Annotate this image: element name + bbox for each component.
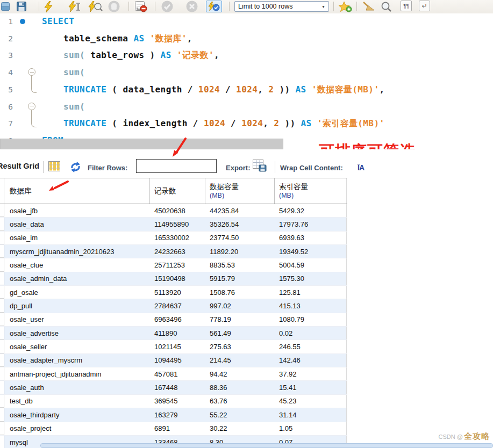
cell-value[interactable]: 167448 [150,381,205,394]
table-row[interactable]: osale_data11495589035326.5417973.76 [0,218,347,231]
cell-database-name[interactable]: gd_osale [4,286,150,299]
cell-value[interactable]: 63.76 [205,395,275,408]
cell-value[interactable]: 1021145 [150,340,205,353]
table-row[interactable]: osale_admin_data151904985915.791575.30 [0,272,347,286]
cell-value[interactable]: 19349.52 [275,245,347,258]
cell-value[interactable]: 125.81 [275,286,347,299]
fold-marker[interactable] [28,68,35,76]
wrap-cell-content-icon[interactable]: ĪA [358,163,364,172]
table-row[interactable]: dp_pull2784637997.02415.13 [0,299,347,313]
cell-value[interactable]: 5429.32 [275,204,347,217]
cell-value[interactable]: 561.49 [205,327,275,339]
table-row[interactable]: osale_im16533000223774.506939.63 [0,232,347,245]
cell-value[interactable]: 17973.76 [275,218,347,230]
explain-icon[interactable] [88,1,103,12]
table-row[interactable]: osale_clue257112538835.535004.59 [0,258,347,272]
code-line[interactable]: 7TRUNCATE ( index_length / 1024 / 1024, … [0,118,493,129]
cell-value[interactable]: 778.19 [205,313,275,326]
execute-current-statement-icon[interactable] [68,1,81,12]
table-row[interactable]: gd_osale51139201508.76125.81 [0,286,347,299]
cell-database-name[interactable]: osale_jfb [4,204,150,217]
grid-column-header[interactable]: 数据库 [4,178,150,204]
fold-collapse-icon[interactable] [28,68,35,76]
cell-value[interactable]: 35326.54 [205,218,275,230]
cell-value[interactable]: 5915.79 [205,272,275,285]
toggle-stop-on-error-icon[interactable] [134,1,147,12]
cell-value[interactable]: 457081 [150,367,205,380]
cell-value[interactable]: 8835.53 [205,258,275,271]
cell-value[interactable]: 6963496 [150,313,205,326]
cell-value[interactable]: 30.22 [205,422,275,435]
cell-value[interactable]: 6891 [150,422,205,435]
result-grid-horizontal-scrollbar[interactable] [40,443,493,448]
table-row[interactable]: osale_advertise411890561.490.02 [0,327,347,340]
cell-value[interactable]: 45.23 [275,395,347,408]
cell-value[interactable]: 369545 [150,395,205,408]
table-row[interactable]: osale_jfb4502063844235.845429.32 [0,204,347,218]
code-line[interactable]: 2table_schema AS '数据库', [0,33,493,45]
code-line[interactable]: 1SELECT [0,16,493,27]
grid-column-header[interactable]: 记录数 [150,178,205,204]
cell-database-name[interactable]: osale_auth [4,381,150,394]
sql-editor[interactable]: 1SELECT2table_schema AS '数据库',3sum( tabl… [0,13,493,139]
table-row[interactable]: osale_project689130.221.05 [0,422,347,436]
beautify-icon[interactable] [362,1,376,12]
code-line[interactable]: 5TRUNCATE ( data_length / 1024 / 1024, 2… [0,84,493,96]
cell-value[interactable]: 114955890 [150,218,205,230]
toggle-invisibles-icon[interactable]: ¶¶ [401,1,412,11]
cell-database-name[interactable]: osale_project [4,422,150,435]
cell-database-name[interactable]: osale_thirdparty [4,408,150,421]
code-line[interactable]: 3sum( table_rows ) AS '记录数', [0,49,493,61]
cell-database-name[interactable]: osale_data [4,218,150,230]
cell-value[interactable]: 214.45 [205,354,275,367]
find-icon[interactable] [380,1,393,12]
cell-database-name[interactable]: dp_pull [4,299,150,312]
cell-value[interactable]: 1094495 [150,354,205,367]
cell-value[interactable]: 1575.30 [275,272,347,285]
cell-database-name[interactable]: osale_advertise [4,327,150,339]
cell-value[interactable]: 163279 [150,408,205,421]
code-line[interactable]: 4sum( [0,67,493,78]
cell-value[interactable]: 415.13 [275,299,347,312]
cell-value[interactable]: 0.02 [275,327,347,339]
cell-database-name[interactable]: osale_adapter_myscrm [4,354,150,367]
cell-value[interactable]: 165330002 [150,232,205,244]
cell-database-name[interactable]: test_db [4,395,150,408]
cell-database-name[interactable]: antman-project_jdjituanadmin [4,367,150,380]
toggle-autocommit-icon[interactable] [206,1,222,12]
cell-database-name[interactable]: osale_user [4,313,150,326]
new-script-icon[interactable] [1,1,10,12]
cell-value[interactable]: 15.41 [275,381,347,394]
cell-value[interactable]: 88.36 [205,381,275,394]
cell-value[interactable]: 2784637 [150,299,205,312]
cell-value[interactable]: 246.55 [275,340,347,353]
cell-value[interactable]: 15190498 [150,272,205,285]
save-icon[interactable] [16,1,26,12]
cell-database-name[interactable]: osale_im [4,232,150,244]
cell-database-name[interactable]: osale_clue [4,258,150,271]
code-line[interactable]: 6sum( [0,101,493,113]
table-row[interactable]: antman-project_jdjituanadmin45708194.423… [0,367,347,381]
cell-value[interactable]: 997.02 [205,299,275,312]
cell-database-name[interactable]: myscrm_jdjituanadmin_20210623 [4,245,150,258]
table-row[interactable]: osale_adapter_myscrm1094495214.45142.46 [0,354,347,367]
fold-collapse-icon[interactable] [28,103,35,110]
cell-value[interactable]: 5113920 [150,286,205,299]
table-row[interactable]: myscrm_jdjituanadmin_2021062324232663118… [0,245,347,258]
save-snippet-icon[interactable] [339,1,352,12]
grid-column-header[interactable]: 数据容量(MB) [205,178,275,204]
execute-icon[interactable] [43,1,54,12]
cell-value[interactable]: 11892.20 [205,245,275,258]
cell-value[interactable]: 37.92 [275,367,347,380]
code-line[interactable]: 8FROM [0,135,493,139]
grid-column-header[interactable]: 索引容量(MB) [275,178,347,204]
cell-value[interactable]: 55.22 [205,408,275,421]
limit-rows-dropdown[interactable]: Limit to 1000 rows ▼ [234,1,329,12]
cell-value[interactable]: 25711253 [150,258,205,271]
filter-rows-input[interactable] [136,159,217,173]
cell-value[interactable]: 45020638 [150,204,205,217]
cell-value[interactable]: 142.46 [275,354,347,367]
table-row[interactable]: osale_user6963496778.191080.79 [0,313,347,327]
cell-value[interactable]: 1080.79 [275,313,347,326]
cell-value[interactable]: 31.14 [275,408,347,421]
